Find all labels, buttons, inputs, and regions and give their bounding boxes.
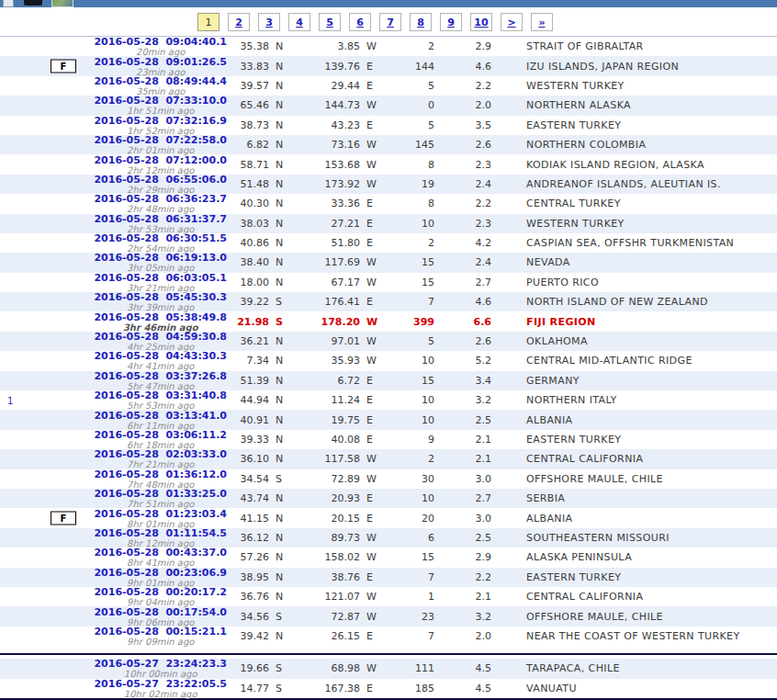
- event-datetime-link[interactable]: 2016-05-28 06:31:37.7: [94, 214, 227, 225]
- depth-value: 7: [381, 568, 434, 587]
- longitude-value: 139.76: [290, 56, 360, 75]
- earthquake-row: 2016-05-28 06:55:06.0 2hr 29min ago 51.4…: [0, 175, 777, 194]
- region-name: SOUTHEASTERN MISSOURI: [491, 528, 777, 548]
- depth-value: 145: [381, 135, 434, 154]
- event-datetime-link[interactable]: 2016-05-28 00:17:54.0: [94, 607, 227, 618]
- region-name: NEVADA: [491, 253, 777, 272]
- longitude-value: 27.21: [290, 214, 360, 233]
- felt-flag[interactable]: F: [51, 60, 76, 73]
- longitude-value: 20.15: [290, 508, 360, 527]
- comments-count-link[interactable]: 1: [7, 395, 13, 405]
- row-marker-cell: [0, 587, 92, 606]
- datetime-cell: 2016-05-28 06:55:06.0 2hr 29min ago: [92, 175, 227, 194]
- row-marker-cell: [0, 548, 92, 567]
- datetime-cell: 2016-05-28 03:13:41.0 6hr 11min ago: [92, 410, 227, 429]
- row-marker-cell: [0, 311, 92, 331]
- row-marker-cell: [0, 659, 92, 678]
- depth-value: 6: [381, 528, 434, 548]
- longitude-value: 97.01: [290, 332, 360, 351]
- latitude-value: 38.40: [227, 253, 269, 272]
- latitude-hemisphere: N: [269, 116, 290, 135]
- page-button[interactable]: 8: [410, 13, 432, 31]
- region-name: CENTRAL CALIFORNIA: [491, 587, 777, 606]
- datetime-cell: 2016-05-28 03:31:40.8 5hr 53min ago: [92, 390, 227, 410]
- datetime-cell: 2016-05-28 07:22:58.0 2hr 01min ago: [92, 135, 227, 154]
- map-thumbnail-icon[interactable]: [51, 0, 73, 7]
- earthquake-row: F 2016-05-28 09:01:26.5 23min ago 33.83 …: [0, 56, 777, 75]
- row-marker-cell: [0, 528, 92, 548]
- latitude-hemisphere: N: [269, 194, 290, 213]
- depth-value: 30: [381, 469, 434, 489]
- depth-value: 10: [381, 489, 434, 508]
- event-datetime-link[interactable]: 2016-05-28 03:13:41.0: [94, 411, 227, 422]
- event-age: 7hr 51min ago: [94, 500, 227, 508]
- page-button[interactable]: 2: [228, 13, 250, 31]
- longitude-hemisphere: W: [360, 548, 381, 567]
- region-name: NORTH ISLAND OF NEW ZEALAND: [491, 292, 777, 311]
- event-age: 9hr 09min ago: [94, 638, 227, 646]
- magnitude-value: 2.4: [434, 175, 491, 194]
- event-datetime-link[interactable]: 2016-05-28 07:32:16.9: [94, 116, 227, 127]
- event-datetime-link[interactable]: 2016-05-28 07:12:00.0: [94, 155, 227, 166]
- page-button[interactable]: 5: [319, 13, 341, 31]
- earthquake-row: 2016-05-28 00:23:06.9 9hr 01min ago 38.9…: [0, 568, 777, 587]
- magnitude-value: 2.1: [434, 430, 491, 449]
- region-name: WESTERN TURKEY: [491, 76, 777, 96]
- longitude-value: 11.24: [290, 390, 360, 410]
- longitude-hemisphere: W: [360, 253, 381, 272]
- event-datetime-link[interactable]: 2016-05-28 01:23:03.4: [94, 509, 227, 520]
- row-marker-cell: [0, 194, 92, 213]
- felt-flag[interactable]: F: [51, 512, 76, 525]
- page-button[interactable]: 7: [379, 13, 401, 31]
- page-button[interactable]: 10: [470, 13, 492, 31]
- latitude-hemisphere: N: [269, 253, 290, 272]
- region-name: CASPIAN SEA, OFFSHR TURKMENISTAN: [491, 233, 777, 253]
- longitude-hemisphere: E: [360, 627, 381, 646]
- latitude-hemisphere: N: [269, 273, 290, 292]
- latitude-hemisphere: N: [269, 214, 290, 233]
- longitude-value: 40.08: [290, 430, 360, 449]
- earthquake-row: 2016-05-28 02:03:33.0 7hr 21min ago 36.1…: [0, 449, 777, 469]
- page-button[interactable]: 6: [349, 13, 371, 31]
- longitude-value: 173.92: [290, 175, 360, 194]
- magnitude-value: 2.3: [434, 154, 491, 174]
- magnitude-value: 3.0: [434, 469, 491, 489]
- page-button[interactable]: 9: [440, 13, 462, 31]
- earthquake-row: 2016-05-28 08:49:44.4 35min ago 39.57 N …: [0, 76, 777, 96]
- longitude-hemisphere: W: [360, 351, 381, 370]
- event-datetime-link[interactable]: 2016-05-28 01:36:12.0: [94, 469, 227, 480]
- event-datetime-link[interactable]: 2016-05-28 05:38:49.8: [94, 312, 227, 323]
- event-datetime-link[interactable]: 2016-05-27 23:22:05.5: [94, 679, 227, 690]
- longitude-hemisphere: E: [360, 410, 381, 429]
- earthquake-row: 2016-05-28 07:32:16.9 1hr 52min ago 38.7…: [0, 116, 777, 135]
- region-name: NORTHERN ITALY: [491, 390, 777, 410]
- dark-widget-icon[interactable]: [24, 0, 42, 6]
- longitude-hemisphere: W: [360, 37, 381, 56]
- page-button[interactable]: 3: [258, 13, 280, 31]
- region-name: OFFSHORE MAULE, CHILE: [491, 469, 777, 489]
- earthquake-row: 2016-05-28 06:19:13.0 3hr 05min ago 38.4…: [0, 253, 777, 272]
- event-datetime-link[interactable]: 2016-05-28 00:23:06.9: [94, 568, 227, 579]
- depth-value: 8: [381, 194, 434, 213]
- latitude-value: 58.71: [227, 154, 269, 174]
- longitude-value: 117.69: [290, 253, 360, 272]
- event-age: 8hr 41min ago: [94, 559, 227, 567]
- page-button[interactable]: 4: [288, 13, 310, 31]
- longitude-value: 153.68: [290, 154, 360, 174]
- page-button[interactable]: >: [501, 13, 523, 31]
- latitude-hemisphere: N: [269, 233, 290, 253]
- pagination: 12345678910>»: [0, 7, 777, 37]
- datetime-cell: 2016-05-28 01:23:03.4 8hr 01min ago: [92, 508, 227, 527]
- depth-value: 399: [381, 311, 434, 331]
- longitude-hemisphere: E: [360, 371, 381, 390]
- datetime-cell: 2016-05-28 01:33:25.0 7hr 51min ago: [92, 489, 227, 508]
- event-datetime-link[interactable]: 2016-05-28 09:01:26.5: [94, 57, 227, 68]
- datetime-cell: 2016-05-28 06:03:05.1 3hr 21min ago: [92, 273, 227, 292]
- region-name: SERBIA: [491, 489, 777, 508]
- magnitude-value: 2.2: [434, 194, 491, 213]
- earthquake-row: 2016-05-28 06:31:37.7 2hr 53min ago 38.0…: [0, 214, 777, 233]
- region-name: KODIAK ISLAND REGION, ALASKA: [491, 154, 777, 174]
- page-button[interactable]: »: [531, 13, 553, 31]
- latitude-hemisphere: S: [269, 311, 290, 331]
- checkbox-icon[interactable]: [3, 0, 14, 7]
